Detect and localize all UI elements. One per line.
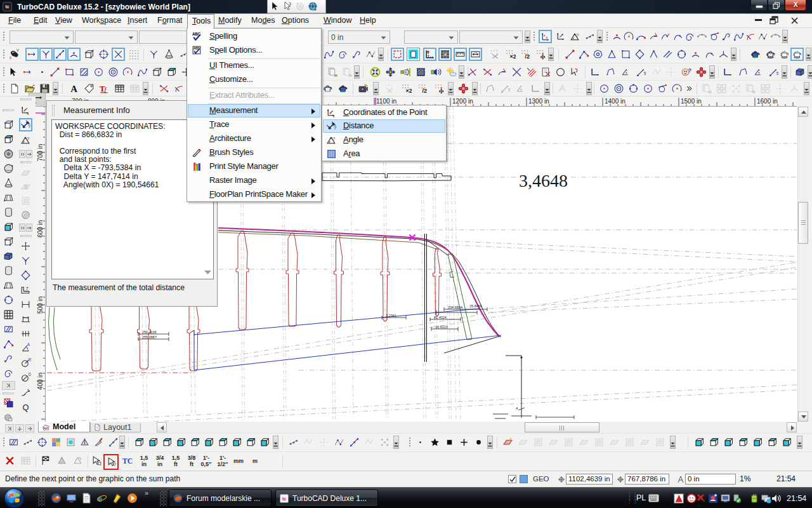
svg-text:1600 in: 1600 in [757, 98, 778, 105]
svg-text:?: ? [113, 462, 115, 467]
svg-text:7: 7 [26, 286, 29, 291]
svg-text:1500 in: 1500 in [681, 98, 702, 105]
svg-text:700 in: 700 in [37, 144, 44, 161]
svg-text:?: ? [688, 67, 691, 74]
svg-text:400 in: 400 in [37, 373, 44, 390]
svg-text:234,6604: 234,6604 [448, 305, 462, 309]
svg-text:81,4024: 81,4024 [434, 316, 447, 319]
svg-text:3,4648: 3,4648 [519, 171, 568, 190]
svg-text:×2: ×2 [509, 53, 516, 60]
svg-text:x: x [546, 36, 548, 39]
svg-text:1400 in: 1400 in [605, 98, 625, 105]
svg-text:25,8466: 25,8466 [469, 304, 482, 308]
svg-text:600 in: 600 in [37, 220, 44, 237]
svg-text:500 in: 500 in [37, 297, 44, 314]
svg-text:A: A [70, 84, 77, 94]
svg-text:3,2341: 3,2341 [386, 314, 396, 318]
svg-text:?: ? [332, 136, 336, 142]
svg-text:5: 5 [508, 88, 511, 92]
svg-text:x: x [10, 55, 12, 60]
svg-text:×2: ×2 [405, 88, 412, 94]
svg-text:x: x [27, 112, 29, 116]
svg-text:TC: TC [122, 457, 133, 465]
svg-text:Q: Q [23, 403, 29, 412]
svg-text:D: D [29, 372, 31, 377]
svg-text:5: 5 [776, 71, 779, 76]
svg-text:1200 in: 1200 in [452, 98, 473, 105]
svg-text:1100 in: 1100 in [376, 98, 396, 105]
svg-text:250,1106: 250,1106 [142, 330, 157, 334]
svg-text:25: 25 [474, 51, 477, 54]
svg-text:?: ? [334, 125, 337, 131]
svg-text:1300 in: 1300 in [528, 98, 549, 105]
svg-text:255,0887: 255,0887 [142, 335, 157, 339]
svg-text:AB: AB [193, 46, 199, 50]
svg-text:?: ? [576, 32, 579, 38]
svg-text:e: e [98, 493, 102, 504]
svg-text:?: ? [28, 124, 31, 130]
svg-text:5: 5 [644, 71, 646, 76]
svg-text:A: A [27, 343, 30, 347]
svg-text:x: x [333, 114, 335, 118]
svg-text:/2: /2 [422, 88, 427, 94]
svg-text:?: ? [27, 136, 30, 142]
svg-text:4: 4 [516, 406, 518, 410]
svg-text:R: R [29, 358, 31, 362]
svg-text:16,6223: 16,6223 [435, 325, 448, 329]
svg-text:/2: /2 [525, 53, 530, 60]
svg-text:Y: Y [16, 49, 20, 53]
svg-text:f: f [105, 86, 108, 93]
